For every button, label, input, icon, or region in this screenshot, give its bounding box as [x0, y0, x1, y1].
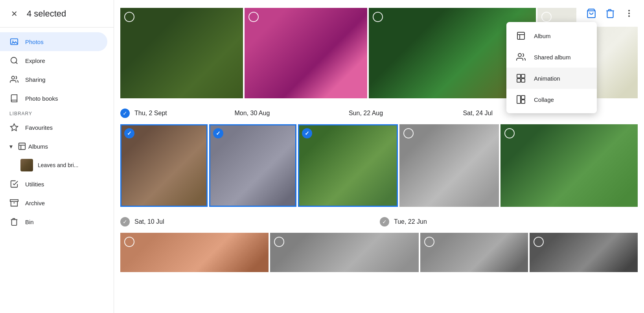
date-label-sept2: Thu, 2 Sept	[134, 110, 167, 117]
photo-cell[interactable]	[530, 233, 638, 272]
sidebar-item-label-explore: Explore	[25, 57, 45, 64]
dropdown-menu: Album Shared album Animation Collage	[506, 22, 597, 113]
dropdown-album-label: Album	[534, 33, 551, 39]
explore-icon	[9, 56, 19, 65]
photo-select-circle-selected[interactable]	[302, 128, 312, 138]
sidebar-item-archive[interactable]: Archive	[0, 193, 107, 212]
add-to-button[interactable]	[583, 5, 600, 22]
photo-select-circle[interactable]	[124, 237, 134, 247]
sidebar-item-favourites[interactable]: Favourites	[0, 118, 107, 137]
dropdown-collage-label: Collage	[534, 96, 554, 103]
date-header-aug30: Mon, 30 Aug	[234, 109, 347, 118]
svg-rect-10	[517, 32, 524, 39]
photo-cell[interactable]	[500, 124, 638, 207]
photo-cell[interactable]	[270, 233, 418, 272]
date-check-icon-gray[interactable]: ✓	[120, 217, 130, 226]
sidebar-item-photobooks[interactable]: Photo books	[0, 89, 107, 108]
dropdown-animation-label: Animation	[534, 75, 560, 82]
svg-point-11	[518, 53, 521, 57]
date-label-jul24: Sat, 24 Jul	[463, 110, 493, 117]
dropdown-item-album[interactable]: Album	[506, 25, 597, 46]
svg-line-3	[16, 62, 17, 64]
album-menu-icon	[516, 31, 526, 41]
photo-select-circle-selected[interactable]	[213, 128, 223, 138]
date-label-jul10: Sat, 10 Jul	[134, 218, 164, 225]
dropdown-shared-album-label: Shared album	[534, 54, 570, 61]
archive-icon	[9, 198, 19, 208]
photo-cell[interactable]	[120, 8, 243, 98]
svg-rect-17	[521, 96, 525, 99]
chevron-down-icon: ▾	[9, 143, 13, 150]
photo-cell[interactable]	[120, 233, 269, 272]
sidebar-item-label-bin: Bin	[25, 219, 34, 225]
photo-cell-selected[interactable]	[209, 124, 296, 207]
dropdown-item-collage[interactable]: Collage	[506, 89, 597, 110]
second-photo-row	[120, 124, 638, 207]
dropdown-item-shared-album[interactable]: Shared album	[506, 46, 597, 68]
svg-rect-16	[517, 96, 521, 103]
svg-rect-7	[10, 200, 18, 202]
sidebar-item-label-favourites: Favourites	[25, 124, 53, 131]
photo-cell-selected[interactable]	[298, 124, 398, 207]
photos-icon	[9, 37, 19, 46]
svg-rect-14	[517, 79, 521, 82]
album-thumbnail	[20, 159, 33, 171]
collage-menu-icon	[516, 94, 526, 105]
albums-toggle[interactable]: ▾ Albums	[0, 137, 107, 156]
photo-select-circle[interactable]	[124, 12, 134, 22]
date-label-jun22: Tue, 22 Jun	[394, 218, 427, 225]
top-bar: ✕ 4 selected	[0, 0, 114, 28]
photo-select-circle[interactable]	[373, 12, 383, 22]
favourites-icon	[9, 123, 19, 132]
svg-rect-6	[19, 143, 26, 150]
main-content: Album Shared album Animation Collage	[114, 0, 644, 313]
more-options-icon	[628, 10, 630, 17]
date-check-icon-gray2[interactable]: ✓	[380, 217, 389, 226]
date-label-aug30: Mon, 30 Aug	[234, 110, 270, 117]
sidebar-item-explore[interactable]: Explore	[0, 51, 107, 70]
sidebar-item-label-sharing: Sharing	[25, 76, 46, 83]
album-sub-item-label: Leaves and bri...	[38, 162, 79, 168]
svg-point-2	[11, 57, 17, 63]
photo-select-circle[interactable]	[424, 237, 434, 247]
svg-rect-18	[521, 100, 525, 103]
more-options-button[interactable]	[620, 5, 638, 22]
sidebar-item-photos[interactable]: Photos	[0, 32, 107, 51]
nav-items: Photos Explore Sharing Photo books LIBRA…	[0, 28, 114, 313]
svg-marker-5	[11, 124, 18, 131]
bin-icon	[9, 217, 19, 226]
date-header-aug22: Sun, 22 Aug	[349, 109, 461, 118]
photo-cell[interactable]	[399, 124, 499, 207]
animation-menu-icon	[516, 73, 526, 83]
date-label-aug22: Sun, 22 Aug	[349, 110, 383, 117]
sidebar-item-sharing[interactable]: Sharing	[0, 70, 107, 89]
dropdown-item-animation[interactable]: Animation	[506, 68, 597, 89]
photo-select-circle-selected[interactable]	[124, 128, 134, 138]
close-button[interactable]: ✕	[6, 6, 22, 22]
svg-point-4	[12, 76, 15, 79]
sidebar-item-label-utilities: Utilities	[25, 181, 44, 188]
date-header-sept2: ✓ Thu, 2 Sept	[120, 109, 233, 118]
photo-cell[interactable]	[245, 8, 367, 98]
selected-count: 4 selected	[27, 9, 66, 19]
sidebar-item-label-albums: Albums	[28, 143, 48, 150]
sidebar-item-utilities[interactable]: Utilities	[0, 175, 107, 193]
delete-button[interactable]	[602, 5, 619, 22]
date-header-jul10: ✓ Sat, 10 Jul	[120, 217, 291, 226]
photo-cell[interactable]	[420, 233, 528, 272]
svg-rect-12	[517, 74, 521, 78]
album-sub-item-leaves[interactable]: Leaves and bri...	[0, 156, 107, 175]
sharing-icon	[9, 75, 19, 84]
photo-select-circle[interactable]	[403, 128, 414, 138]
sidebar: ✕ 4 selected Photos Explore Sharing	[0, 0, 114, 313]
photo-cell-selected[interactable]	[120, 124, 208, 207]
date-check-icon[interactable]: ✓	[120, 109, 130, 118]
sidebar-item-bin[interactable]: Bin	[0, 212, 107, 231]
photo-select-circle[interactable]	[541, 12, 552, 22]
svg-rect-15	[521, 79, 525, 82]
svg-rect-13	[521, 74, 525, 78]
albums-icon	[17, 142, 27, 151]
photo-select-circle[interactable]	[248, 12, 259, 22]
sidebar-item-label-archive: Archive	[25, 200, 45, 206]
utilities-icon	[9, 179, 19, 189]
